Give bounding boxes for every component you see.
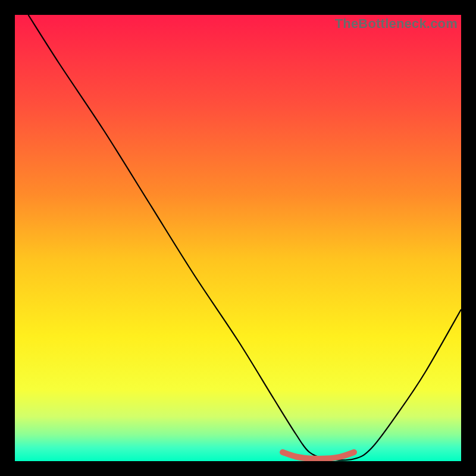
chart-frame: TheBottleneck.com [15, 15, 461, 461]
bottleneck-chart [15, 15, 461, 461]
watermark-text: TheBottleneck.com [335, 16, 458, 32]
gradient-fill [15, 15, 461, 461]
